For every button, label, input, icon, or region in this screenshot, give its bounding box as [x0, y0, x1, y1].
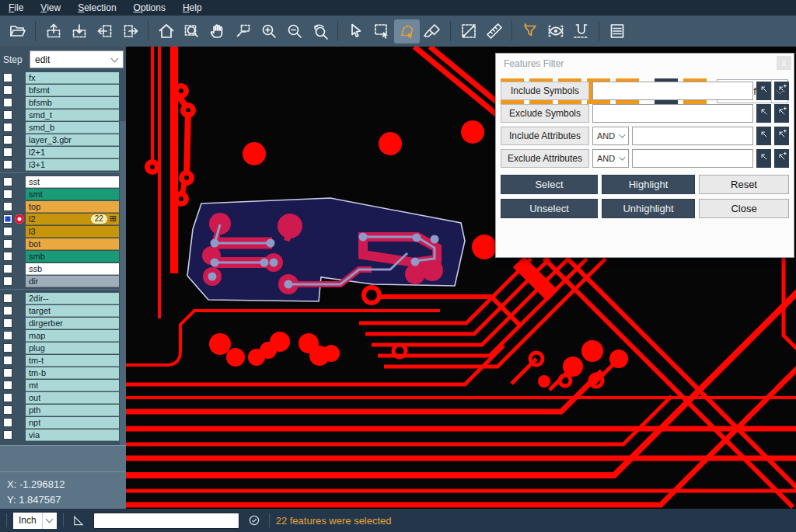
layer-visibility-checkbox-tm-b[interactable]: [3, 368, 12, 377]
layer-visibility-checkbox-bot[interactable]: [3, 239, 12, 249]
select-rect-button[interactable]: [368, 19, 394, 43]
layer-name-layer_3.gbr[interactable]: layer_3.gbr: [26, 134, 119, 146]
pick-add-attribute-button[interactable]: [774, 127, 789, 145]
layer-name-target[interactable]: target: [26, 305, 119, 317]
home-button[interactable]: [153, 19, 179, 43]
units-select[interactable]: Inch: [13, 513, 57, 529]
layer-name-top[interactable]: top: [26, 201, 119, 213]
layer-name-smt[interactable]: smt: [26, 189, 119, 200]
layer-table-icon[interactable]: ⊞: [110, 214, 117, 223]
close-icon[interactable]: x: [777, 56, 791, 70]
layer-visibility-checkbox-pth[interactable]: [3, 405, 12, 415]
layer-name-tm-t[interactable]: tm-t: [26, 355, 119, 367]
select-polygon-button[interactable]: [394, 19, 420, 43]
layer-name-dir[interactable]: dir: [26, 276, 119, 287]
import-left-button[interactable]: [92, 19, 117, 43]
zoom-previous-button[interactable]: [307, 19, 333, 43]
layer-visibility-checkbox-via[interactable]: [3, 430, 12, 440]
layer-visibility-checkbox-smb[interactable]: [3, 252, 12, 261]
layer-visibility-checkbox-sst[interactable]: [3, 177, 12, 186]
layer-visibility-checkbox-smt[interactable]: [3, 190, 12, 199]
layer-visibility-checkbox-target[interactable]: [3, 306, 12, 315]
menu-item-selection[interactable]: Selection: [69, 1, 124, 15]
command-input[interactable]: [93, 513, 239, 529]
pick-attribute-button[interactable]: [756, 127, 771, 145]
layer-visibility-checkbox-dirgerber[interactable]: [3, 318, 12, 328]
exclude-symbols-input[interactable]: [592, 104, 753, 123]
highlight-button[interactable]: Highlight: [602, 175, 695, 194]
layer-name-smd_t[interactable]: smd_t: [26, 110, 119, 121]
layer-visibility-checkbox-dir[interactable]: [3, 276, 12, 286]
pick-add-symbol-button[interactable]: [774, 104, 789, 123]
zoom-window-button[interactable]: [179, 19, 204, 43]
layer-visibility-checkbox-bfsmt[interactable]: [3, 85, 12, 95]
layer-visibility-checkbox-map[interactable]: [3, 331, 12, 340]
layer-visibility-checkbox-top[interactable]: [3, 202, 12, 211]
layer-name-npt[interactable]: npt: [26, 417, 119, 429]
exclude-attributes-logic-select[interactable]: AND: [592, 149, 629, 168]
layer-visibility-checkbox-l2+1[interactable]: [3, 148, 12, 157]
status-refresh-icon[interactable]: [246, 514, 263, 527]
step-select[interactable]: edit: [30, 50, 124, 68]
pick-add-attribute-button[interactable]: [774, 149, 789, 168]
menu-item-file[interactable]: File: [0, 1, 32, 15]
layer-visibility-checkbox-smd_b[interactable]: [3, 123, 12, 132]
pick-symbol-button[interactable]: [756, 104, 771, 123]
layer-name-bfsmb[interactable]: bfsmb: [26, 97, 119, 109]
select-arrow-button[interactable]: [343, 19, 368, 43]
import-right-button[interactable]: [117, 19, 143, 43]
close-button[interactable]: Close: [699, 199, 789, 218]
menu-item-options[interactable]: Options: [125, 1, 174, 15]
layer-name-via[interactable]: via: [26, 429, 119, 441]
pick-attribute-button[interactable]: [756, 149, 771, 168]
layer-name-smb[interactable]: smb: [26, 251, 119, 263]
zoom-object-button[interactable]: [230, 19, 256, 43]
reset-button[interactable]: Reset: [699, 175, 789, 194]
layer-name-l2[interactable]: l222⊞: [26, 214, 119, 225]
select-button[interactable]: Select: [501, 175, 598, 194]
include-attributes-input[interactable]: [632, 127, 753, 145]
layer-visibility-checkbox-l3[interactable]: [3, 227, 12, 236]
import-up-button[interactable]: [40, 19, 66, 43]
layer-name-fx[interactable]: fx: [26, 72, 119, 84]
menu-item-help[interactable]: Help: [174, 1, 211, 15]
layer-visibility-checkbox-2dir--[interactable]: [3, 294, 12, 303]
layer-visibility-checkbox-smd_t[interactable]: [3, 110, 12, 120]
layer-visibility-checkbox-plug[interactable]: [3, 343, 12, 353]
menu-item-view[interactable]: View: [32, 1, 69, 15]
layer-name-plug[interactable]: plug: [26, 342, 119, 354]
pan-hand-button[interactable]: [204, 19, 230, 43]
layer-visibility-checkbox-l3+1[interactable]: [3, 160, 12, 169]
layer-visibility-checkbox-out[interactable]: [3, 393, 12, 402]
pick-symbol-button[interactable]: [756, 82, 771, 100]
include-attributes-button[interactable]: Include Attributes: [501, 127, 589, 145]
layer-list-scrollbar[interactable]: [120, 121, 126, 489]
include-symbols-input[interactable]: [592, 82, 753, 100]
layer-visibility-checkbox-l2[interactable]: [3, 214, 12, 224]
layer-name-l2+1[interactable]: l2+1: [26, 147, 119, 158]
layer-name-out[interactable]: out: [26, 392, 119, 404]
zoom-in-button[interactable]: [256, 19, 281, 43]
layer-name-bfsmt[interactable]: bfsmt: [26, 85, 119, 96]
layer-name-map[interactable]: map: [26, 330, 119, 342]
features-filter-button[interactable]: [517, 19, 543, 43]
include-attributes-logic-select[interactable]: AND: [592, 127, 629, 145]
layer-visibility-checkbox-fx[interactable]: [3, 73, 12, 82]
include-symbols-button[interactable]: Include Symbols: [501, 82, 589, 100]
layer-name-mt[interactable]: mt: [26, 380, 119, 391]
layer-name-ssb[interactable]: ssb: [26, 263, 119, 275]
zoom-out-button[interactable]: [281, 19, 307, 43]
layer-visibility-checkbox-bfsmb[interactable]: [3, 98, 12, 107]
layer-visibility-checkbox-layer_3.gbr[interactable]: [3, 135, 12, 144]
layer-visibility-checkbox-npt[interactable]: [3, 418, 12, 427]
exclude-attributes-button[interactable]: Exclude Attributes: [501, 149, 589, 168]
layer-name-l3[interactable]: l3: [26, 226, 119, 238]
layer-name-pth[interactable]: pth: [26, 405, 119, 416]
clean-brush-button[interactable]: [420, 19, 445, 43]
open-folder-button[interactable]: [5, 19, 30, 43]
layer-name-l3+1[interactable]: l3+1: [26, 159, 119, 171]
unhighlight-button[interactable]: Unhighlight: [602, 199, 695, 218]
layer-name-bot[interactable]: bot: [26, 238, 119, 250]
layer-name-tm-b[interactable]: tm-b: [26, 367, 119, 379]
layer-visibility-checkbox-ssb[interactable]: [3, 264, 12, 273]
